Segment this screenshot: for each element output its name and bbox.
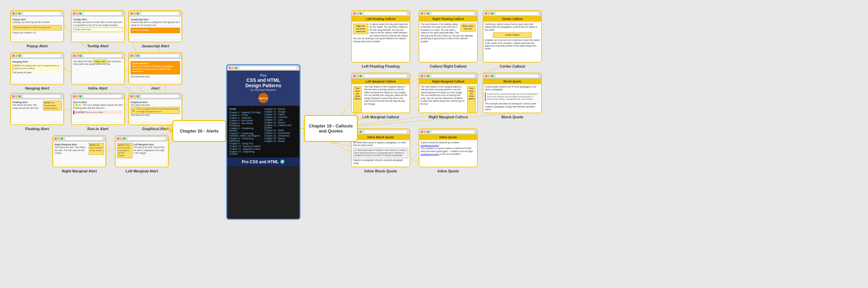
btn-yellow [357, 13, 359, 15]
lmc-body: Text does not wrap callout The main feat… [352, 84, 410, 113]
hub-alerts[interactable]: Chapter 20 - Alerts [172, 120, 226, 142]
lfc-browser-chrome [352, 11, 410, 16]
cc-header: Center Callout [483, 16, 541, 22]
js-browser-chrome [129, 11, 182, 16]
book-browser-chrome [227, 65, 299, 71]
card-left-marginal-callout[interactable]: Left Marginal Callout Text does not wrap… [351, 73, 410, 113]
btn-red [353, 13, 356, 15]
btn-red [12, 55, 15, 57]
label-popup-alert: Popup Alert [10, 44, 64, 48]
right-marginal-browser-chrome [53, 136, 106, 141]
chapter-item[interactable]: Chapter 11 - Aligning Content [229, 148, 262, 150]
btn-red [117, 138, 119, 140]
card-popup-alert[interactable]: Popup Alert A popup can show top-up like… [10, 10, 64, 42]
chapter-item[interactable]: Chapter 19 - Callouts and Quotes [264, 124, 297, 129]
card-run-in-alert[interactable]: Run-in Alert NOTE The run-in design patt… [71, 93, 125, 125]
chapter-item[interactable]: Chapter 10 - Spacing Content [229, 145, 262, 147]
chapter-item[interactable]: Chapter 1 - Making CSS Easy [229, 111, 262, 114]
chapter-item[interactable]: Chapter 2 - HTML [229, 114, 262, 116]
chapter-item[interactable]: Chapter 8 - Positioning, Advanced [229, 137, 262, 142]
btn-green [360, 131, 362, 133]
card-inline-quote[interactable]: Inline Quote A quote should be followed … [419, 128, 478, 167]
rmc-header: Right Marginal Callout [419, 79, 477, 84]
card-inline-block-quote[interactable]: Inline Block Quote We allow block quote … [351, 128, 410, 167]
card-javascript-alert[interactable]: JavaScript Alert A JavaScript alert is a… [128, 10, 182, 42]
right-marginal-alert-body: Right Marginal Alert Text above the aler… [53, 141, 106, 165]
card-hanging-alert[interactable]: Hanging Alert NOTE The hanging alert use… [10, 52, 64, 85]
rmc-body: The main feature of the marginal callout… [419, 84, 477, 113]
card-right-marginal-callout[interactable]: Right Marginal Callout The main feature … [419, 73, 478, 113]
btn-yellow [424, 13, 426, 15]
alert-browser-chrome [129, 53, 182, 58]
btn-yellow [76, 55, 78, 57]
chapter-item[interactable]: Chapter 3 - Selectors [229, 117, 262, 119]
card-floating-alert[interactable]: Floating Alert NOTE The Floating Alert d… [10, 93, 64, 125]
card-alert[interactable]: ALERT HEADINGThis is the content of the … [128, 52, 182, 85]
btn-red [131, 95, 133, 97]
label-lmc: Left Marginal Callout [351, 115, 410, 119]
popup-browser-chrome [11, 11, 63, 16]
browser-bar [496, 75, 538, 77]
label-inline-alert: Inline Alert [71, 86, 125, 90]
chapter-item[interactable]: Chapter 21 - Ornaments [264, 132, 297, 134]
chapter-item[interactable]: Chapter 4 - Box Model [229, 119, 262, 122]
chapter-item[interactable]: Chapter 6 - Positioning, Borders [229, 127, 262, 132]
btn-red [485, 13, 487, 15]
chapter-item[interactable]: Chapter 9 - Sizing Text [229, 142, 262, 145]
home-label: HOME [229, 108, 262, 110]
chapter-item[interactable]: Chapter 18 - Menus [264, 121, 297, 124]
btn-green [360, 13, 362, 15]
browser-bar [141, 12, 179, 15]
btn-red [12, 13, 15, 15]
browser-bar [23, 95, 60, 98]
card-block-quote[interactable]: Block Quote A block quote contains one o… [483, 73, 542, 113]
chapter-item[interactable]: Chapter 5 - Box Model Properties [229, 122, 262, 127]
chapter-item[interactable]: Chapter 23 - Menus [264, 137, 297, 140]
btn-yellow [76, 95, 78, 97]
chapter-item[interactable]: Chapter 12 - Organizing Content [229, 150, 262, 155]
chapters-right-list: Chapter 13 - BlocksChapter 14 - ImagesCh… [264, 108, 297, 142]
chapter-item[interactable]: Chapter 15 - Tables [264, 113, 297, 116]
browser-bar [364, 12, 406, 15]
inline-browser-chrome [72, 53, 124, 58]
hub-callouts[interactable]: Chapter 19 - Callouts and Quotes [304, 115, 358, 142]
browser-bar [84, 12, 121, 15]
chapter-item[interactable]: Chapter 16 - Columns [264, 116, 297, 118]
book-card-footer: Pro CSS and HTML 🌍 [227, 158, 299, 166]
card-right-marginal-alert[interactable]: Right Marginal Alert Text above the aler… [52, 135, 106, 167]
card-tooltip-alert[interactable]: Tooltip Alert A tooltip can show on hove… [71, 10, 125, 42]
browser-bar [431, 130, 474, 133]
label-lfc: Left Floating Floating [351, 64, 410, 68]
book-title3: Design Patterns [230, 83, 297, 88]
btn-yellow [488, 13, 490, 15]
card-inline-alert[interactable]: Text above the alert. Inline Alert text … [71, 52, 125, 85]
chapter-item[interactable]: Chapter 22 - Directories [264, 135, 297, 137]
browser-bar [23, 54, 60, 57]
chapter-item[interactable]: Chapter 13 - Blocks [264, 108, 297, 110]
bq-browser-chrome [483, 73, 541, 79]
card-left-floating-callout[interactable]: Left Floating Callout Make the key point… [351, 10, 410, 63]
chapter-item[interactable]: Chapter 20 - Alerts [264, 129, 297, 131]
btn-red [421, 75, 423, 77]
btn-green [137, 95, 139, 97]
chapter-item[interactable]: Chapter 24 - Media [264, 140, 297, 142]
canvas: Chapter 20 - Alerts Pro CSS and HTML Des… [0, 0, 868, 288]
javascript-alert-body: JavaScript Alert A JavaScript alert is a… [129, 16, 182, 40]
label-bq: Block Quote [483, 115, 542, 119]
btn-yellow [357, 75, 359, 77]
label-rmc: Right Marginal Callout [419, 115, 478, 119]
chapter-item[interactable]: Chapter 7 - Positioning, Indented, Offse… [229, 132, 262, 137]
hub-callouts-label: Chapter 19 - Callouts and Quotes [308, 123, 353, 134]
book-card[interactable]: Pro CSS and HTML Design Patterns by Mich… [226, 64, 300, 220]
browser-bar [141, 54, 179, 57]
chapter-item[interactable]: Chapter 14 - Images [264, 111, 297, 113]
card-right-floating-callout[interactable]: Right Floating Callout Wrap under and ov… [419, 10, 478, 63]
card-left-marginal-alert[interactable]: NOTE Notice how this alert is pushed to … [115, 135, 169, 167]
btn-red [229, 67, 231, 69]
inline-alert-body: Text above the alert. Inline Alert text … [72, 58, 124, 82]
btn-yellow [58, 138, 60, 140]
card-center-callout[interactable]: Center Callout Centering a callout means… [483, 10, 542, 63]
chapter-item[interactable]: Chapter 17 - Lists [264, 119, 297, 121]
btn-green [19, 95, 21, 97]
book-title1: Pro [230, 73, 297, 77]
